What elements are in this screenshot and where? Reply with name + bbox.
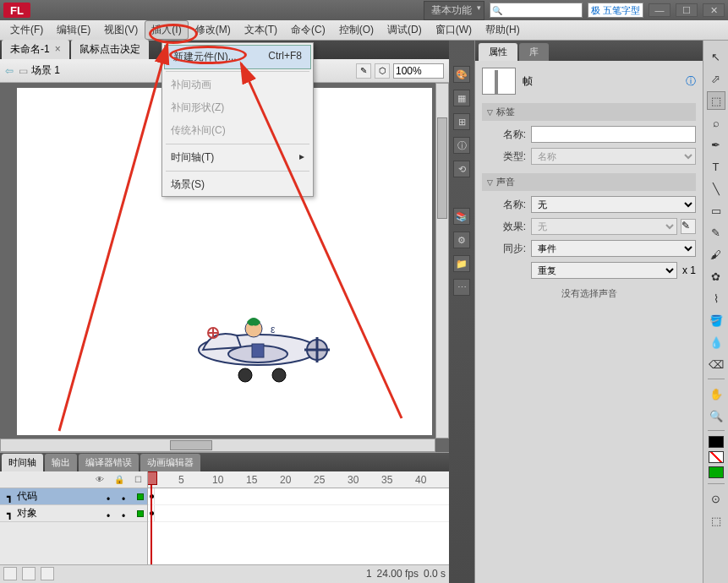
info-icon[interactable]: ⓘ	[453, 137, 470, 154]
tab-output[interactable]: 输出	[45, 454, 77, 471]
menu-scene[interactable]: 场景(S)	[162, 173, 313, 196]
brush-tool[interactable]: 🖌	[707, 245, 725, 264]
close-button[interactable]: ✕	[703, 3, 725, 17]
help-icon[interactable]: ⓘ	[686, 74, 696, 89]
new-folder-button[interactable]	[22, 567, 36, 580]
workspace-dropdown[interactable]: 基本功能	[424, 1, 484, 20]
menu-window[interactable]: 窗口(W)	[429, 20, 479, 40]
menu-cmd[interactable]: 命令(C)	[284, 20, 332, 40]
frame-icon	[482, 68, 516, 95]
playhead[interactable]	[151, 471, 152, 564]
library-icon[interactable]: 📚	[453, 208, 470, 225]
section-label[interactable]: 标签	[482, 103, 696, 121]
free-transform-tool[interactable]: ⬚	[707, 91, 725, 110]
paint-bucket-tool[interactable]: 🪣	[707, 311, 725, 330]
tab-motion-editor[interactable]: 动画编辑器	[140, 454, 200, 471]
pencil-tool[interactable]: ✎	[707, 223, 725, 242]
layer-name[interactable]: 代码	[15, 489, 107, 504]
frame-row[interactable]	[148, 505, 449, 522]
menu-view[interactable]: 视图(V)	[97, 20, 145, 40]
option-tool[interactable]: ⬚	[707, 511, 725, 530]
sound-repeat-select[interactable]: 重复	[531, 262, 677, 279]
selection-tool[interactable]: ↖	[707, 47, 725, 66]
timeline-panel: 时间轴 输出 编译器错误 动画编辑器 👁 🔒 ☐ ┓ 代码	[0, 452, 449, 583]
section-sound[interactable]: 声音	[482, 173, 696, 191]
label-name-input[interactable]	[531, 126, 696, 143]
layer-name[interactable]: 对象	[15, 506, 107, 520]
tab-compiler[interactable]: 编译器错误	[79, 454, 139, 471]
v-scrollbar[interactable]	[435, 83, 449, 439]
text-tool[interactable]: T	[707, 157, 725, 176]
maximize-button[interactable]: ☐	[676, 3, 698, 17]
deco-tool[interactable]: ✿	[707, 267, 725, 286]
layer-row[interactable]: ┓ 代码 ••	[0, 488, 147, 505]
swatches-icon[interactable]: ▦	[453, 90, 470, 106]
search-input[interactable]	[490, 3, 583, 18]
sound-name-select[interactable]: 无	[531, 196, 696, 213]
layer-list: 👁 🔒 ☐ ┓ 代码 •• ┓ 对象 ••	[0, 471, 148, 564]
menu-new-symbol[interactable]: 新建元件(N)...Ctrl+F8	[164, 45, 311, 69]
fill-color[interactable]	[709, 451, 724, 463]
tab-library[interactable]: 库	[519, 43, 549, 61]
menu-text[interactable]: 文本(T)	[238, 20, 284, 40]
h-scrollbar[interactable]	[0, 439, 435, 452]
svg-point-5	[238, 368, 252, 382]
timeline-footer: 1 24.00 fps 0.0 s	[0, 564, 449, 581]
component-icon[interactable]: ⚙	[453, 232, 470, 248]
tab-timeline[interactable]: 时间轴	[2, 454, 43, 471]
bone-tool[interactable]: ⌇	[707, 289, 725, 308]
close-tab-icon[interactable]: ×	[55, 43, 61, 55]
transform-icon[interactable]: ⟲	[453, 161, 470, 177]
edit-scene-icon[interactable]: ✎	[356, 63, 371, 79]
stroke-color[interactable]	[709, 436, 724, 448]
zoom-tool[interactable]: 🔍	[707, 406, 725, 425]
airplane-graphic[interactable]: ε	[178, 303, 338, 388]
more-icon[interactable]: ⋯	[453, 279, 470, 296]
menu-modify[interactable]: 修改(M)	[189, 20, 238, 40]
edit-effect-button[interactable]: ✎	[681, 219, 696, 234]
menu-edit[interactable]: 编辑(E)	[50, 20, 97, 40]
swap-color[interactable]	[709, 466, 724, 478]
sound-sync-select[interactable]: 事件	[531, 240, 696, 257]
frame-row[interactable]	[148, 488, 449, 505]
outline-icon[interactable]: ☐	[134, 475, 142, 484]
svg-point-6	[272, 368, 286, 382]
layer-row[interactable]: ┓ 对象 ••	[0, 505, 147, 522]
layer-type-icon: ┓	[3, 491, 15, 503]
eraser-tool[interactable]: ⌫	[707, 355, 725, 373]
menu-timeline[interactable]: 时间轴(T)▸	[162, 146, 313, 169]
doc-tab-1[interactable]: 未命名-1×	[2, 40, 69, 59]
lock-icon[interactable]: 🔒	[114, 475, 124, 484]
rectangle-tool[interactable]: ▭	[707, 201, 725, 220]
line-tool[interactable]: ╲	[707, 179, 725, 198]
color-panel-icon[interactable]: 🎨	[453, 66, 470, 83]
tab-properties[interactable]: 属性	[479, 43, 517, 61]
project-icon[interactable]: 📁	[453, 255, 470, 272]
delete-layer-button[interactable]	[41, 567, 54, 580]
edit-symbol-icon[interactable]: ⬡	[375, 63, 390, 79]
menu-insert[interactable]: 插入(I)	[145, 20, 188, 40]
new-layer-button[interactable]	[3, 567, 17, 580]
align-icon[interactable]: ⊞	[453, 113, 470, 130]
hand-tool[interactable]: ✋	[707, 384, 725, 403]
minimize-button[interactable]: —	[649, 3, 671, 17]
eye-icon[interactable]: 👁	[96, 475, 104, 484]
tools-panel: ↖ ⬀ ⬚ ⌕ ✒ T ╲ ▭ ✎ 🖌 ✿ ⌇ 🪣 💧 ⌫ ✋ 🔍 ⊙ ⬚	[703, 41, 728, 583]
doc-tab-2[interactable]: 鼠标点击决定	[71, 40, 149, 59]
snap-tool[interactable]: ⊙	[707, 489, 725, 508]
ime-indicator[interactable]: 极 五笔字型	[588, 3, 643, 18]
frames-area[interactable]: 1510152025303540	[148, 471, 449, 564]
zoom-input[interactable]	[393, 63, 444, 79]
menu-help[interactable]: 帮助(H)	[479, 20, 527, 40]
back-icon[interactable]: ⇦	[5, 65, 14, 77]
lasso-tool[interactable]: ⌕	[707, 113, 725, 132]
time-display: 0.0 s	[424, 568, 446, 580]
menu-debug[interactable]: 调试(D)	[380, 20, 429, 40]
frame-ruler[interactable]: 1510152025303540	[148, 471, 449, 488]
current-frame: 1	[366, 568, 372, 580]
subselection-tool[interactable]: ⬀	[707, 69, 725, 88]
menu-control[interactable]: 控制(O)	[332, 20, 380, 40]
pen-tool[interactable]: ✒	[707, 135, 725, 154]
eyedropper-tool[interactable]: 💧	[707, 333, 725, 351]
menu-file[interactable]: 文件(F)	[3, 20, 50, 40]
